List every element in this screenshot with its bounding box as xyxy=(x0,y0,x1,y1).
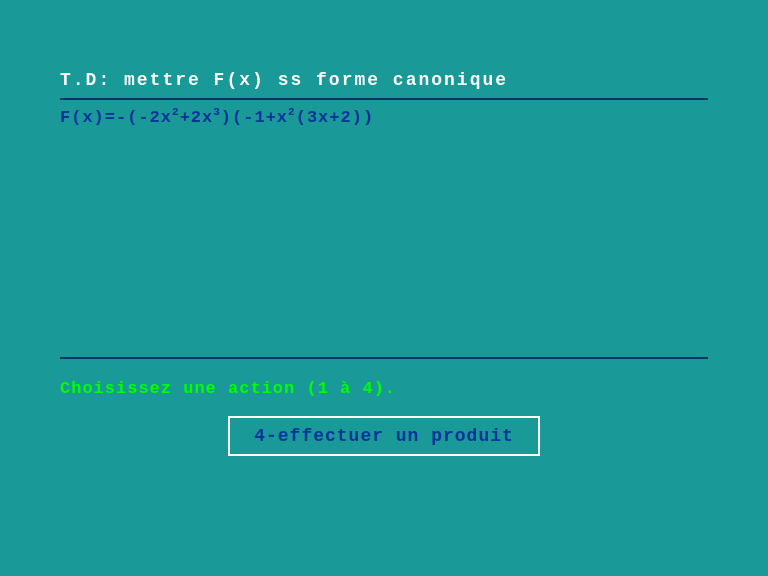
title-section: T.D: mettre F(x) ss forme canonique F(x)… xyxy=(60,70,708,127)
bottom-section: Choisissez une action (1 à 4). 4-effectu… xyxy=(60,357,708,456)
action-box-wrapper: 4-effectuer un produit xyxy=(60,416,708,456)
bottom-divider xyxy=(60,357,708,359)
prompt-text: Choisissez une action (1 à 4). xyxy=(60,379,708,398)
top-divider xyxy=(60,98,708,100)
formula-text: F(x)=-(-2x2+2x3)(-1+x2(3x+2)) xyxy=(60,106,708,127)
action-box[interactable]: 4-effectuer un produit xyxy=(228,416,540,456)
title-text: T.D: mettre F(x) ss forme canonique xyxy=(60,70,708,90)
screen: T.D: mettre F(x) ss forme canonique F(x)… xyxy=(0,0,768,576)
